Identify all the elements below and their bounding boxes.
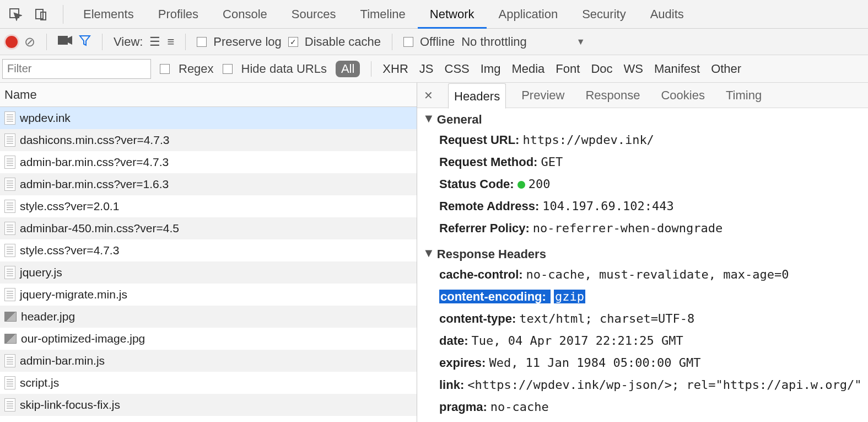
close-icon[interactable]: ✕ (420, 89, 436, 102)
type-filter-manifest[interactable]: Manifest (654, 62, 700, 76)
kv-date: date:Tue, 04 Apr 2017 22:21:25 GMT (423, 330, 862, 352)
regex-checkbox[interactable] (160, 64, 170, 74)
status-dot-icon (517, 181, 525, 189)
type-filter-css[interactable]: CSS (445, 62, 470, 76)
type-filter-doc[interactable]: Doc (591, 62, 612, 76)
request-row[interactable]: admin-bar.min.js (0, 350, 417, 372)
request-name: our-optimized-image.jpg (21, 332, 145, 345)
request-row[interactable]: adminbar-450.min.css?ver=4.5 (0, 217, 417, 239)
hide-urls-label: Hide data URLs (241, 62, 327, 76)
tab-security[interactable]: Security (570, 0, 638, 29)
main-split: Name wpdev.inkdashicons.min.css?ver=4.7.… (0, 83, 868, 422)
large-rows-icon[interactable]: ☰ (149, 35, 160, 49)
disable-cache-checkbox[interactable] (288, 37, 298, 47)
type-filter-all[interactable]: All (336, 61, 360, 77)
waterfall-icon[interactable]: ≡ (167, 35, 174, 49)
kv-content-type: content-type:text/html; charset=UTF-8 (423, 308, 862, 330)
type-filter-font[interactable]: Font (556, 62, 580, 76)
request-name: wpdev.ink (20, 111, 71, 125)
kv-referrer-policy: Referrer Policy:no-referrer-when-downgra… (423, 217, 862, 239)
column-header-name[interactable]: Name (0, 83, 417, 107)
request-row[interactable]: admin-bar.min.css?ver=4.7.3 (0, 151, 417, 173)
disable-cache-label: Disable cache (305, 35, 381, 49)
document-file-icon (4, 288, 15, 301)
request-row[interactable]: style.css?ver=2.0.1 (0, 195, 417, 217)
tab-audits[interactable]: Audits (638, 0, 696, 29)
request-row[interactable]: admin-bar.min.css?ver=1.6.3 (0, 173, 417, 195)
divider (102, 34, 103, 50)
document-file-icon (4, 222, 15, 235)
request-row[interactable]: script.js (0, 372, 417, 394)
tab-elements[interactable]: Elements (71, 0, 146, 29)
request-row[interactable]: jquery.js (0, 261, 417, 284)
kv-expires: expires:Wed, 11 Jan 1984 05:00:00 GMT (423, 352, 862, 374)
request-name: style.css?ver=4.7.3 (20, 244, 119, 257)
offline-label: Offline (420, 35, 455, 49)
request-row[interactable]: wpdev.ink (0, 107, 417, 129)
type-filter-xhr[interactable]: XHR (382, 62, 408, 76)
preserve-log-checkbox[interactable] (197, 37, 207, 47)
filter-input[interactable] (2, 59, 151, 79)
request-row[interactable]: our-optimized-image.jpg (0, 328, 417, 350)
inspect-icon[interactable] (4, 3, 26, 25)
offline-checkbox[interactable] (403, 37, 413, 47)
tab-timeline[interactable]: Timeline (348, 0, 418, 29)
detail-tab-timing[interactable]: Timing (720, 83, 767, 108)
detail-tab-cookies[interactable]: Cookies (655, 83, 710, 108)
throttling-value: No throttling (461, 35, 527, 49)
image-file-icon (4, 312, 17, 322)
divider (185, 34, 186, 50)
document-file-icon (4, 111, 15, 125)
network-toolbar: ⊘ View: ☰ ≡ Preserve log Disable cache O… (0, 29, 868, 55)
request-row[interactable]: style.css?ver=4.7.3 (0, 239, 417, 261)
document-file-icon (4, 398, 15, 412)
tab-profiles[interactable]: Profiles (146, 0, 211, 29)
record-button[interactable] (6, 36, 18, 48)
chevron-down-icon: ▼ (576, 37, 585, 47)
request-row[interactable]: jquery-migrate.min.js (0, 284, 417, 306)
document-file-icon (4, 354, 15, 367)
view-label: View: (114, 35, 143, 49)
tab-console[interactable]: Console (211, 0, 279, 29)
throttling-select[interactable]: No throttling ▼ (461, 35, 585, 49)
camera-icon[interactable] (58, 35, 72, 49)
request-name: adminbar-450.min.css?ver=4.5 (20, 222, 179, 235)
tab-sources[interactable]: Sources (279, 0, 348, 29)
type-filter-other[interactable]: Other (711, 62, 741, 76)
detail-tab-headers[interactable]: Headers (448, 83, 506, 109)
detail-tabs: ✕ HeadersPreviewResponseCookiesTiming (417, 83, 868, 108)
regex-label: Regex (179, 62, 214, 76)
section-response-title[interactable]: ▼Response Headers (423, 245, 862, 264)
document-file-icon (4, 156, 15, 169)
kv-request-url: Request URL:https://wpdev.ink/ (423, 129, 862, 151)
tab-network[interactable]: Network (418, 0, 487, 29)
type-filter-img[interactable]: Img (481, 62, 501, 76)
request-row[interactable]: skip-link-focus-fix.js (0, 394, 417, 416)
kv-request-method: Request Method:GET (423, 151, 862, 173)
request-row[interactable]: header.jpg (0, 306, 417, 328)
detail-tab-preview[interactable]: Preview (516, 83, 570, 108)
detail-tab-response[interactable]: Response (580, 83, 645, 108)
filter-row: Regex Hide data URLs AllXHRJSCSSImgMedia… (0, 55, 868, 83)
type-filter-js[interactable]: JS (419, 62, 434, 76)
request-row[interactable]: dashicons.min.css?ver=4.7.3 (0, 129, 417, 151)
hide-urls-checkbox[interactable] (223, 64, 233, 74)
section-general-title[interactable]: ▼General (423, 110, 862, 129)
clear-icon[interactable]: ⊘ (24, 34, 35, 50)
type-filter-ws[interactable]: WS (624, 62, 643, 76)
divider (46, 34, 47, 50)
tab-application[interactable]: Application (487, 0, 570, 29)
type-filter-media[interactable]: Media (511, 62, 544, 76)
section-response-headers: ▼Response Headers cache-control:no-cache… (417, 243, 868, 422)
devtools-tabbar: ElementsProfilesConsoleSourcesTimelineNe… (0, 0, 868, 29)
preserve-log-label: Preserve log (213, 35, 282, 49)
kv-link: link:<https://wpdev.ink/wp-json/>; rel="… (423, 374, 862, 396)
request-name: dashicons.min.css?ver=4.7.3 (20, 133, 169, 147)
kv-remote-address: Remote Address:104.197.69.102:443 (423, 195, 862, 217)
divider (392, 34, 392, 50)
device-toggle-icon[interactable] (30, 3, 52, 25)
filter-icon[interactable] (79, 34, 91, 50)
document-file-icon (4, 244, 15, 257)
document-file-icon (4, 200, 15, 213)
request-name: script.js (20, 376, 59, 389)
